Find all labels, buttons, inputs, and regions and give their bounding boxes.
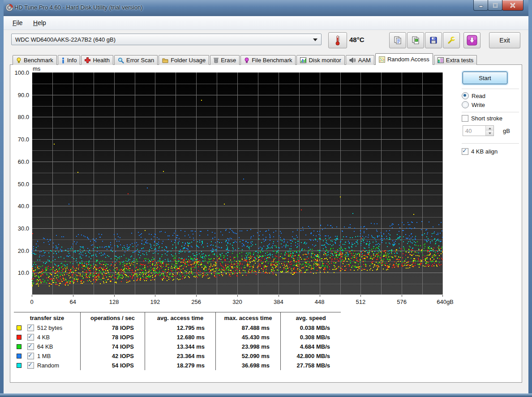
series-label: Random xyxy=(37,362,59,369)
y-axis-tick-label: 40.0 xyxy=(11,203,29,209)
exit-button[interactable]: Exit xyxy=(489,32,520,48)
ops-value: 78 IOPS xyxy=(80,323,145,333)
copy-screenshot-button[interactable] xyxy=(407,32,424,48)
max-access-value: 36.698 ms xyxy=(215,361,280,370)
exit-label: Exit xyxy=(499,37,510,44)
short-stroke-row[interactable]: Short stroke xyxy=(462,115,502,122)
align-checkbox[interactable] xyxy=(462,148,468,155)
tab-label: AAM xyxy=(358,57,371,64)
copy-screenshot-icon xyxy=(411,36,420,45)
x-axis-tick xyxy=(73,295,73,297)
start-button[interactable]: Start xyxy=(463,72,507,84)
drive-select-dropdown[interactable]: WDC WD6400AAKS-22A7B2 (640 gB) xyxy=(11,34,322,45)
series-checkbox[interactable] xyxy=(27,353,34,359)
start-label: Start xyxy=(479,75,491,81)
erase-icon xyxy=(214,57,219,63)
series-label: 64 KB xyxy=(37,343,53,350)
window-border-right xyxy=(528,0,532,397)
align-row[interactable]: 4 KB align xyxy=(462,148,498,155)
temperature-button[interactable] xyxy=(328,32,347,48)
copy-text-button[interactable] xyxy=(389,32,406,48)
tab-erase[interactable]: Erase xyxy=(210,55,240,65)
tab-label: Disk monitor xyxy=(309,57,341,64)
avg-speed-value: 27.758 MB/s xyxy=(280,361,341,370)
minimize-button[interactable] xyxy=(473,0,488,11)
header-operations: operations / sec xyxy=(80,312,145,323)
short-stroke-size-input[interactable]: 40 xyxy=(463,125,494,136)
random-access-panel: ms 100.090.080.070.060.050.040.030.020.0… xyxy=(10,64,522,383)
maximize-button[interactable] xyxy=(488,0,502,11)
error-scan-icon xyxy=(118,57,124,64)
series-checkbox[interactable] xyxy=(27,343,34,350)
tab-info[interactable]: Info xyxy=(58,55,81,65)
table-row: 1 MB 42 IOPS 23.364 ms 52.090 ms 42.800 … xyxy=(14,351,341,361)
tab-health[interactable]: Health xyxy=(81,55,113,65)
folder-icon xyxy=(162,58,168,63)
window-title: HD Tune Pro 4.60 - Hard Disk Utility (tr… xyxy=(14,4,143,11)
health-icon xyxy=(85,57,90,63)
y-axis-tick-label: 100.0 xyxy=(11,69,29,76)
avg-access-value: 12.795 ms xyxy=(145,323,215,333)
avg-access-value: 18.279 ms xyxy=(145,361,215,370)
series-label: 1 MB xyxy=(37,353,51,359)
ops-value: 54 IOPS xyxy=(80,361,145,370)
title-bar[interactable]: HD Tune Pro 4.60 - Hard Disk Utility (tr… xyxy=(0,0,532,16)
read-label: Read xyxy=(472,93,485,99)
save-icon xyxy=(429,36,438,45)
header-max-access: max. access time xyxy=(215,312,280,323)
x-axis-tick-label: 512 xyxy=(352,299,369,305)
tab-benchmark[interactable]: Benchmark xyxy=(13,55,57,65)
tab-folder-usage[interactable]: Folder Usage xyxy=(159,55,209,65)
read-radio-row[interactable]: Read xyxy=(462,92,485,99)
ops-value: 42 IOPS xyxy=(80,351,145,361)
spin-down-button[interactable] xyxy=(486,131,493,136)
file-benchmark-icon xyxy=(244,57,249,64)
drive-select-value: WDC WD6400AAKS-22A7B2 (640 gB) xyxy=(15,36,116,43)
tab-error-scan[interactable]: Error Scan xyxy=(114,55,158,65)
max-access-value: 52.090 ms xyxy=(215,351,280,361)
avg-speed-value: 4.684 MB/s xyxy=(280,342,341,351)
write-radio[interactable] xyxy=(462,101,469,108)
thermometer-icon xyxy=(335,35,341,46)
disk-monitor-icon xyxy=(300,57,306,63)
y-axis-tick-label: 50.0 xyxy=(11,181,29,188)
series-label: 512 bytes xyxy=(37,324,62,331)
x-axis-tick xyxy=(360,295,361,297)
x-axis-tick-label-last: 640gB xyxy=(432,299,459,305)
series-checkbox[interactable] xyxy=(27,334,34,341)
close-button[interactable] xyxy=(502,0,523,11)
x-axis-tick-label: 64 xyxy=(64,299,82,305)
read-radio[interactable] xyxy=(462,92,469,99)
y-axis-tick-label: 60.0 xyxy=(11,158,29,165)
menu-file[interactable]: File xyxy=(10,18,26,27)
tab-label: Info xyxy=(67,57,77,64)
x-axis-tick xyxy=(114,295,115,297)
download-arrow-icon xyxy=(467,35,477,46)
series-checkbox[interactable] xyxy=(27,362,34,369)
save-button[interactable] xyxy=(425,32,442,48)
ops-value: 78 IOPS xyxy=(80,333,145,342)
random-access-scatter-canvas xyxy=(32,73,443,295)
tab-disk-monitor[interactable]: Disk monitor xyxy=(296,55,344,65)
update-button[interactable] xyxy=(463,32,481,48)
separator xyxy=(462,143,519,144)
short-stroke-checkbox[interactable] xyxy=(462,115,468,122)
menu-help[interactable]: Help xyxy=(30,18,49,27)
ops-value: 74 IOPS xyxy=(80,342,145,351)
x-axis-tick-label: 576 xyxy=(393,299,411,305)
tab-file-benchmark[interactable]: File Benchmark xyxy=(240,55,296,65)
short-stroke-value: 40 xyxy=(465,128,472,134)
series-color-swatch xyxy=(17,325,21,330)
options-button[interactable] xyxy=(443,32,460,48)
series-checkbox[interactable] xyxy=(27,324,34,331)
header-avg-speed: avg. speed xyxy=(280,312,341,323)
tab-label: Random Access xyxy=(387,56,429,63)
tab-extra-tests[interactable]: Extra tests xyxy=(434,55,477,65)
tab-aam[interactable]: AAM xyxy=(346,55,374,65)
separator xyxy=(462,89,519,89)
header-avg-access: avg. access time xyxy=(145,312,215,323)
write-radio-row[interactable]: Write xyxy=(462,101,485,108)
tab-label: File Benchmark xyxy=(252,57,292,64)
x-axis-tick-label: 320 xyxy=(228,299,246,305)
tab-random-access[interactable]: Random Access xyxy=(375,53,433,65)
